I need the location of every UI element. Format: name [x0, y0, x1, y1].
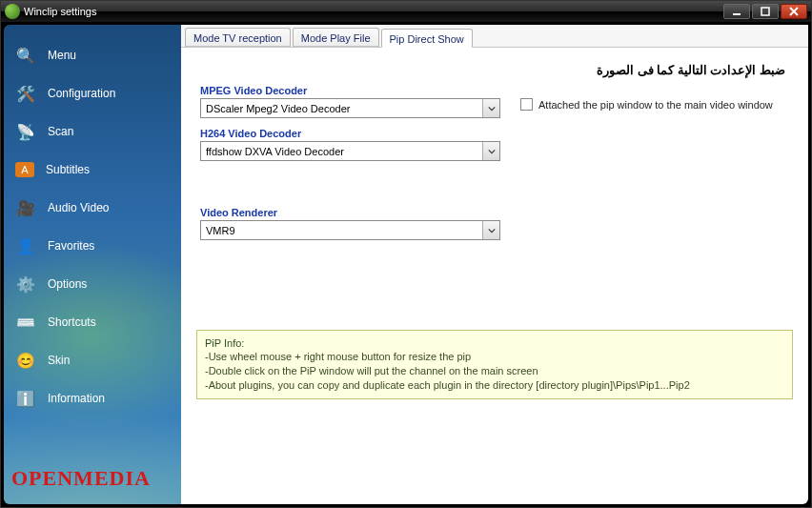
content: Mode TV reception Mode Play File Pip Dir… — [181, 25, 808, 504]
pip-info-line: -Double click on the PiP window will put… — [205, 364, 784, 378]
h264-decoder-combo[interactable]: ffdshow DXVA Video Decoder — [200, 141, 500, 161]
minimize-button[interactable] — [723, 4, 750, 19]
sidebar-item-audio-video[interactable]: 🎥 Audio Video — [4, 189, 181, 227]
mpeg-decoder-value: DScaler Mpeg2 Video Decoder — [201, 103, 482, 114]
pip-info-line: -About plugins, you can copy and duplica… — [205, 378, 784, 393]
attach-checkbox-row: Attached the pip window to the main vide… — [520, 85, 773, 111]
sidebar-item-label: Information — [48, 392, 105, 405]
sidebar-item-label: Skin — [48, 354, 70, 367]
video-icon: 🎥 — [15, 197, 36, 218]
sidebar-item-label: Menu — [48, 49, 76, 62]
mpeg-decoder-combo[interactable]: DScaler Mpeg2 Video Decoder — [200, 98, 500, 118]
panel-pip-direct-show: ضبط الإعدادت التالية كما فى الصورة MPEG … — [181, 48, 808, 504]
tab-mode-tv-reception[interactable]: Mode TV reception — [185, 28, 291, 47]
subtitles-icon: A — [15, 162, 34, 177]
chevron-down-icon — [482, 221, 499, 239]
maximize-button[interactable] — [752, 4, 779, 19]
brand-label: OPENMEDIA — [4, 460, 181, 500]
keyboard-icon: ⌨️ — [15, 312, 36, 333]
favorites-icon: 👤 — [15, 235, 36, 256]
tab-pip-direct-show[interactable]: Pip Direct Show — [381, 29, 473, 48]
svg-rect-1 — [761, 8, 769, 15]
svg-rect-0 — [733, 13, 741, 15]
attach-checkbox-label: Attached the pip window to the main vide… — [538, 99, 773, 111]
app-icon — [5, 4, 20, 19]
sidebar-item-label: Shortcuts — [48, 315, 96, 329]
attach-checkbox[interactable] — [520, 98, 533, 111]
info-icon: ℹ️ — [15, 388, 36, 409]
titlebar-buttons — [723, 4, 807, 19]
sidebar-item-menu[interactable]: 🔍 Menu — [4, 36, 181, 74]
sidebar: 🔍 Menu 🛠️ Configuration 📡 Scan A Subtitl… — [4, 25, 181, 504]
sidebar-item-label: Subtitles — [46, 163, 90, 176]
sidebar-item-scan[interactable]: 📡 Scan — [4, 112, 181, 151]
h264-decoder-value: ffdshow DXVA Video Decoder — [201, 146, 482, 157]
pip-info-box: PiP Info: -Use wheel mouse + right mouse… — [196, 330, 793, 399]
close-icon — [789, 7, 799, 16]
chevron-down-icon — [482, 99, 499, 117]
sidebar-item-label: Audio Video — [48, 201, 110, 214]
maximize-icon — [761, 7, 770, 16]
tabstrip: Mode TV reception Mode Play File Pip Dir… — [181, 25, 808, 48]
sidebar-item-favorites[interactable]: 👤 Favorites — [4, 227, 181, 265]
pip-info-title: PiP Info: — [205, 336, 784, 351]
tools-icon: 🛠️ — [15, 83, 36, 104]
close-button[interactable] — [781, 4, 807, 19]
sidebar-item-label: Favorites — [48, 239, 94, 253]
chevron-down-icon — [482, 142, 499, 160]
sidebar-item-shortcuts[interactable]: ⌨️ Shortcuts — [4, 303, 181, 341]
sidebar-item-subtitles[interactable]: A Subtitles — [4, 151, 181, 189]
window: Winclip settings 🔍 Menu 🛠️ Configuration — [0, 0, 812, 508]
mpeg-decoder-label: MPEG Video Decoder — [200, 85, 503, 96]
sidebar-item-label: Options — [48, 277, 87, 291]
sidebar-item-configuration[interactable]: 🛠️ Configuration — [4, 74, 181, 112]
body: 🔍 Menu 🛠️ Configuration 📡 Scan A Subtitl… — [1, 22, 811, 507]
sidebar-item-label: Configuration — [48, 87, 115, 100]
video-renderer-value: VMR9 — [201, 225, 482, 236]
panel-heading-rtl: ضبط الإعدادت التالية كما فى الصورة — [200, 63, 789, 77]
window-title: Winclip settings — [24, 6, 723, 17]
h264-decoder-label: H264 Video Decoder — [200, 128, 503, 139]
tab-mode-play-file[interactable]: Mode Play File — [293, 28, 379, 47]
minimize-icon — [732, 7, 741, 16]
satellite-icon: 📡 — [15, 121, 36, 142]
pip-info-line: -Use wheel mouse + right mouse button fo… — [205, 350, 784, 364]
video-renderer-combo[interactable]: VMR9 — [200, 220, 500, 240]
sidebar-item-options[interactable]: ⚙️ Options — [4, 265, 181, 303]
gear-icon: ⚙️ — [15, 274, 36, 295]
sidebar-item-information[interactable]: ℹ️ Information — [4, 379, 181, 417]
sidebar-item-skin[interactable]: 😊 Skin — [4, 341, 181, 379]
smiley-icon: 😊 — [15, 350, 36, 371]
video-renderer-label: Video Renderer — [200, 207, 503, 218]
magnifier-icon: 🔍 — [15, 45, 36, 66]
titlebar[interactable]: Winclip settings — [1, 1, 811, 22]
sidebar-item-label: Scan — [48, 125, 73, 138]
